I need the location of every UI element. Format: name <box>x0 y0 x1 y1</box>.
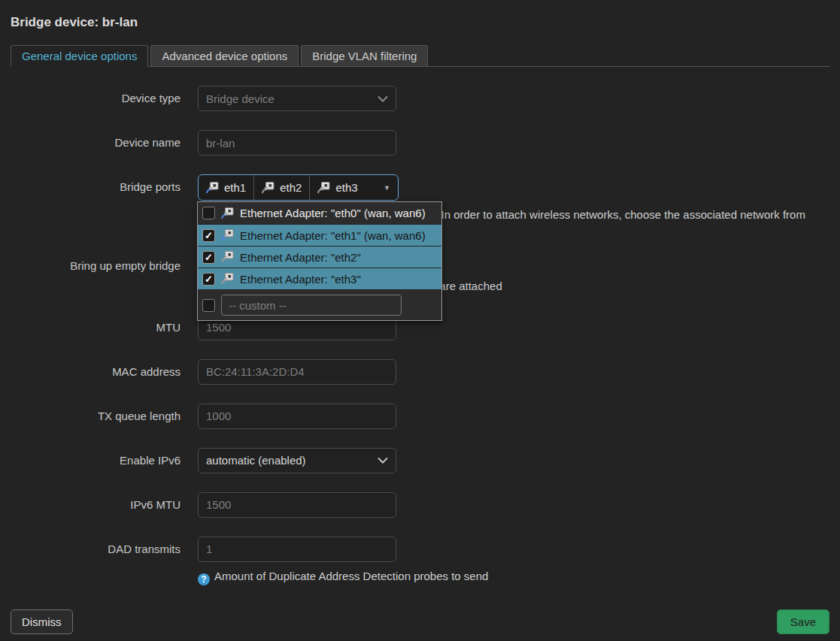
checkmark-icon: ✓ <box>205 252 213 262</box>
enable-ipv6-label: Enable IPv6 <box>11 448 198 473</box>
tag-label: eth3 <box>335 181 357 194</box>
general-options-form: Device type Bridge device Device name Br… <box>11 86 829 585</box>
chevron-down-icon <box>378 95 388 102</box>
checkbox-eth1[interactable]: ✓ <box>202 229 215 242</box>
device-type-select[interactable]: Bridge device <box>198 86 396 111</box>
bridge-ports-row: Bridge ports eth1 <box>11 174 829 238</box>
dad-transmits-description: ?Amount of Duplicate Address Detection p… <box>198 568 811 586</box>
ethernet-adapter-icon <box>221 207 234 219</box>
bridge-ports-label: Bridge ports <box>11 174 198 238</box>
enable-ipv6-select[interactable]: automatic (enabled) <box>198 448 396 473</box>
tag-label: eth1 <box>224 181 246 194</box>
device-type-row: Device type Bridge device <box>11 86 829 111</box>
dad-transmits-input[interactable] <box>198 537 396 562</box>
dropdown-item-label: Ethernet Adapter: "eth0" (wan, wan6) <box>240 207 426 219</box>
mac-address-input[interactable] <box>198 359 396 385</box>
dropdown-item-eth2[interactable]: ✓ Ethernet Adapter: "eth2" <box>198 246 441 268</box>
bridge-device-modal: Bridge device: br-lan General device opt… <box>0 0 840 641</box>
dad-transmits-row: DAD transmits ?Amount of Duplicate Addre… <box>11 537 829 586</box>
mac-address-row: MAC address <box>11 359 829 385</box>
save-button[interactable]: Save <box>777 609 829 634</box>
description-text: Amount of Duplicate Address Detection pr… <box>214 570 488 582</box>
device-type-label: Device type <box>11 86 198 111</box>
checkmark-icon: ✓ <box>205 274 213 284</box>
bridge-ports-dropdown: Ethernet Adapter: "eth0" (wan, wan6) ✓ E… <box>197 201 442 321</box>
ipv6-mtu-label: IPv6 MTU <box>11 492 198 518</box>
checkmark-icon: ✓ <box>205 231 213 240</box>
dropdown-item-label: Ethernet Adapter: "eth2" <box>240 251 361 264</box>
chevron-down-icon <box>378 457 388 464</box>
modal-footer: Dismiss Save <box>11 609 829 634</box>
bring-up-empty-bridge-label: Bring up empty bridge <box>11 257 198 296</box>
dropdown-arrow-icon[interactable]: ▼ <box>376 175 398 200</box>
bridge-ports-multiselect[interactable]: eth1 eth2 <box>198 174 399 201</box>
ethernet-adapter-icon <box>262 182 274 194</box>
dismiss-button[interactable]: Dismiss <box>11 609 73 634</box>
device-name-input[interactable] <box>198 130 396 156</box>
ipv6-mtu-row: IPv6 MTU <box>11 492 829 518</box>
bridge-port-tag-eth1[interactable]: eth1 <box>199 175 253 200</box>
tx-queue-length-row: TX queue length <box>11 404 829 429</box>
device-type-value: Bridge device <box>206 92 274 105</box>
custom-port-input[interactable] <box>221 295 402 316</box>
ethernet-adapter-icon <box>317 182 330 194</box>
ethernet-adapter-icon <box>221 273 234 285</box>
bridge-port-tag-eth2[interactable]: eth2 <box>253 175 309 200</box>
tag-label: eth2 <box>280 181 302 194</box>
checkbox-eth3[interactable]: ✓ <box>202 273 215 286</box>
help-icon: ? <box>198 573 210 585</box>
checkbox-eth2[interactable]: ✓ <box>202 251 215 264</box>
checkbox-eth0[interactable] <box>202 207 215 219</box>
dropdown-item-label: Ethernet Adapter: "eth3" <box>240 273 361 286</box>
ipv6-mtu-input[interactable] <box>198 492 396 518</box>
ethernet-adapter-icon <box>221 229 234 241</box>
device-name-row: Device name <box>11 130 829 156</box>
ethernet-adapter-icon <box>206 182 219 194</box>
dropdown-item-label: Ethernet Adapter: "eth1" (wan, wan6) <box>240 229 426 242</box>
tab-general-device-options[interactable]: General device options <box>11 45 148 67</box>
dad-transmits-label: DAD transmits <box>11 537 198 586</box>
mtu-label: MTU <box>11 315 198 340</box>
tab-bridge-vlan-filtering[interactable]: Bridge VLAN filtering <box>301 45 428 66</box>
dropdown-item-eth0[interactable]: Ethernet Adapter: "eth0" (wan, wan6) <box>198 202 441 224</box>
bridge-port-tag-eth3[interactable]: eth3 <box>309 175 365 200</box>
dropdown-custom-row <box>198 289 441 320</box>
mac-address-label: MAC address <box>11 359 198 385</box>
dropdown-item-eth3[interactable]: ✓ Ethernet Adapter: "eth3" <box>198 268 441 289</box>
ethernet-adapter-icon <box>221 251 234 263</box>
enable-ipv6-value: automatic (enabled) <box>206 454 306 467</box>
dropdown-item-eth1[interactable]: ✓ Ethernet Adapter: "eth1" (wan, wan6) <box>198 224 441 246</box>
checkbox-custom[interactable] <box>202 299 215 312</box>
device-name-label: Device name <box>11 130 198 156</box>
tab-bar: General device options Advanced device o… <box>11 45 829 67</box>
enable-ipv6-row: Enable IPv6 automatic (enabled) <box>11 448 829 473</box>
tab-advanced-device-options[interactable]: Advanced device options <box>150 45 299 66</box>
page-title: Bridge device: br-lan <box>11 15 829 30</box>
tx-queue-length-label: TX queue length <box>11 404 198 429</box>
tx-queue-length-input[interactable] <box>198 404 396 429</box>
